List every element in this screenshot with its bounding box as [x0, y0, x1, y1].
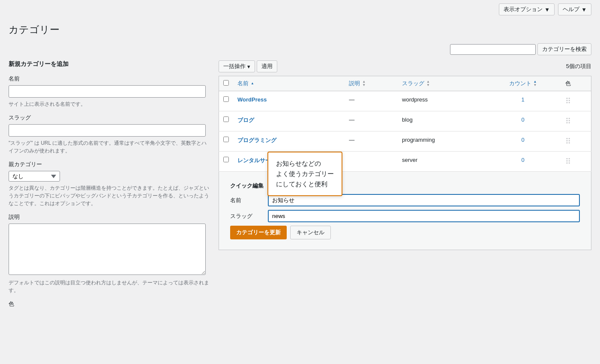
toolbar: 一括操作 ▾ 適用 5個の項目 [219, 60, 591, 72]
help-label: ヘルプ [563, 6, 579, 13]
drag-handle-icon: ⠿ [565, 97, 571, 105]
drag-handle-icon: ⠿ [565, 117, 571, 125]
row-name-col: レンタルサーバー お知らせなどの よく使うカテゴリー にしておくと便利 [233, 152, 345, 172]
row-checkbox[interactable] [223, 96, 229, 102]
row-slug-col: wordpress [398, 91, 485, 111]
row-name-col: ブログ [233, 111, 345, 131]
sort-up-icon: ▲ [251, 82, 254, 85]
description-col-label: 説明 [349, 80, 360, 87]
row-slug-col: programming [398, 131, 485, 152]
row-description-col: — [345, 91, 398, 111]
row-name-col: WordPress [233, 91, 345, 111]
slug-input[interactable] [9, 124, 206, 137]
name-sort-link[interactable]: 名前 ▲ [237, 80, 340, 87]
description-textarea[interactable] [9, 224, 206, 275]
parent-label: 親カテゴリー [9, 161, 210, 168]
description-label: 説明 [9, 213, 210, 221]
parent-form-group: 親カテゴリー なし タグとは異なり、カテゴリーは階層構造を持つことができます。た… [9, 161, 210, 207]
two-column-layout: 新規カテゴリーを追加 名前 サイト上に表示される名前です。 スラッグ "スラッグ… [9, 60, 591, 314]
category-name-link[interactable]: WordPress [237, 96, 267, 103]
row-count-col: 0 [485, 152, 561, 172]
quick-edit-slug-input[interactable] [268, 210, 580, 222]
slug-label: スラッグ [9, 114, 210, 122]
color-col-header: 色 [561, 76, 591, 91]
count-link[interactable]: 0 [521, 116, 524, 123]
right-panel: 一括操作 ▾ 適用 5個の項目 [219, 60, 591, 250]
color-col-label: 色 [565, 80, 571, 87]
row-slug-col: server [398, 152, 485, 172]
category-name-link[interactable]: プログラミング [237, 137, 276, 143]
bulk-action-label: 一括操作 [223, 63, 246, 70]
name-label: 名前 [9, 75, 210, 83]
row-checkbox[interactable] [223, 116, 229, 122]
slug-col-header: スラッグ ▲ ▼ [398, 76, 485, 91]
table-row: レンタルサーバー お知らせなどの よく使うカテゴリー にしておくと便利 serv… [219, 152, 591, 172]
item-count: 5個の項目 [566, 63, 591, 70]
row-checkbox[interactable] [223, 157, 229, 162]
count-sort-link[interactable]: カウント ▲ ▼ [489, 80, 557, 87]
color-form-group: 色 [9, 300, 210, 308]
quick-edit-slug-label: スラッグ [230, 212, 264, 220]
sort-arrows-desc: ▲ ▼ [362, 80, 366, 87]
slug-sort-link[interactable]: スラッグ ▲ ▼ [402, 80, 480, 87]
form-section-title: 新規カテゴリーを追加 [9, 60, 210, 68]
tooltip-line3: にしておくと便利 [276, 179, 334, 189]
search-button[interactable]: カテゴリーを検索 [537, 43, 591, 55]
row-slug-col: blog [398, 111, 485, 131]
parent-select[interactable]: なし [9, 171, 60, 182]
description-form-group: 説明 デフォルトではこの説明は目立つ使われ方はしませんが、テーマによっては表示さ… [9, 213, 210, 294]
name-input[interactable] [9, 85, 206, 98]
row-checkbox-col [219, 91, 234, 111]
drag-handle-icon: ⠿ [565, 137, 571, 146]
row-checkbox-col [219, 152, 234, 172]
count-col-label: カウント [509, 80, 531, 87]
row-count-col: 0 [485, 131, 561, 152]
count-col-header: カウント ▲ ▼ [485, 76, 561, 91]
quick-edit-title-text: クイック編集 [230, 182, 264, 189]
category-name-link[interactable]: ブログ [237, 117, 254, 123]
select-all-checkbox[interactable] [223, 80, 229, 86]
count-link[interactable]: 0 [521, 157, 524, 163]
name-form-group: 名前 サイト上に表示される名前です。 [9, 75, 210, 108]
cancel-quick-edit-button[interactable]: キャンセル [290, 226, 331, 239]
select-all-col [219, 76, 234, 91]
search-input[interactable] [450, 44, 536, 55]
row-color-col: ⠿ [561, 111, 591, 131]
tooltip-line2: よく使うカテゴリー [276, 169, 334, 179]
row-checkbox-col [219, 111, 234, 131]
count-link[interactable]: 1 [521, 96, 524, 103]
help-button[interactable]: ヘルプ ▼ [558, 3, 591, 15]
left-panel: 新規カテゴリーを追加 名前 サイト上に表示される名前です。 スラッグ "スラッグ… [9, 60, 210, 314]
quick-edit-slug-group: スラッグ [230, 210, 580, 222]
sort-arrows-slug: ▲ ▼ [426, 80, 430, 87]
sort-arrows-count: ▲ ▼ [534, 80, 537, 87]
main-content: カテゴリー カテゴリーを検索 新規カテゴリーを追加 名前 サイト上に表示される名… [0, 19, 600, 322]
count-link[interactable]: 0 [521, 137, 524, 143]
description-sort-link[interactable]: 説明 ▲ ▼ [349, 80, 393, 87]
toolbar-left: 一括操作 ▾ 適用 [219, 60, 277, 72]
bulk-action-select[interactable]: 一括操作 ▾ [219, 60, 255, 72]
description-col-header: 説明 ▲ ▼ [345, 76, 398, 91]
table-row: WordPress — wordpress 1 ⠿ [219, 91, 591, 111]
description-hint: デフォルトではこの説明は目立つ使われ方はしませんが、テーマによっては表示されます… [9, 279, 210, 294]
tooltip-popup: お知らせなどの よく使うカテゴリー にしておくと便利 [267, 152, 342, 196]
row-color-col: ⠿ [561, 152, 591, 172]
table-row: プログラミング — programming 0 ⠿ [219, 131, 591, 152]
apply-button[interactable]: 適用 [257, 60, 277, 72]
table-header-row: 名前 ▲ 説明 ▲ [219, 76, 591, 91]
page-title: カテゴリー [9, 19, 591, 36]
sort-down-icon: ▼ [362, 84, 366, 87]
sort-down-icon: ▼ [426, 84, 430, 87]
quick-edit-name-label: 名前 [230, 197, 264, 204]
row-count-col: 0 [485, 111, 561, 131]
search-bar: カテゴリーを検索 [9, 43, 591, 55]
row-color-col: ⠿ [561, 131, 591, 152]
row-count-col: 1 [485, 91, 561, 111]
update-category-button[interactable]: カテゴリーを更新 [230, 226, 287, 239]
display-options-button[interactable]: 表示オプション ▼ [499, 3, 555, 15]
chevron-down-icon: ▼ [581, 6, 587, 13]
row-checkbox[interactable] [223, 137, 229, 142]
drag-handle-icon: ⠿ [565, 157, 571, 166]
chevron-down-icon: ▼ [544, 6, 550, 13]
chevron-down-icon: ▾ [247, 63, 250, 70]
